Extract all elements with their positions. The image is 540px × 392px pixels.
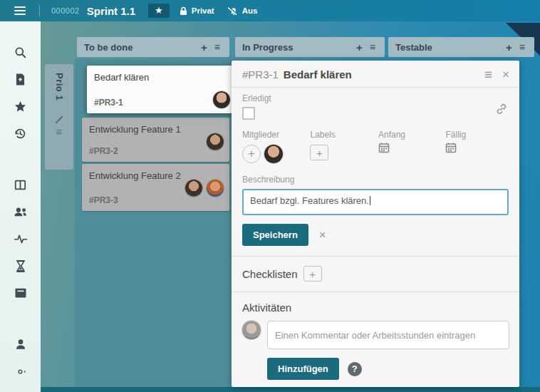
help-icon[interactable]: ? <box>348 362 362 376</box>
swimlane-menu-icon[interactable]: ≡ <box>56 126 63 137</box>
divider <box>232 256 519 257</box>
cancel-icon[interactable]: × <box>319 228 326 242</box>
card-menu-icon[interactable]: ≡ <box>479 68 498 81</box>
start-date-label: Anfang <box>378 130 446 140</box>
description-label: Beschreibung <box>242 175 509 185</box>
avatar <box>213 91 230 108</box>
comment-input[interactable] <box>267 321 509 349</box>
card-detail-title[interactable]: Bedarf klären <box>284 68 479 81</box>
card-detail-id: #PR3-1 <box>242 68 279 81</box>
star-board-button[interactable]: ★ <box>148 4 170 18</box>
lock-icon <box>180 6 187 16</box>
card-title: Bedarf klären <box>94 72 229 83</box>
labels-label: Labels <box>310 130 378 140</box>
calendar-icon <box>445 142 457 153</box>
privacy-button[interactable]: Privat <box>180 6 214 16</box>
list-header-in-progress: In Progress + ≡ <box>235 37 385 57</box>
member-avatar[interactable] <box>264 145 283 163</box>
avatar <box>207 133 224 150</box>
close-icon[interactable]: × <box>498 68 511 81</box>
add-card-icon[interactable]: + <box>197 42 211 53</box>
board-title[interactable]: Sprint 1.1 <box>87 5 135 17</box>
board-canvas: To be done + ≡ In Progress + ≡ Testable … <box>0 21 540 392</box>
link-icon[interactable] <box>494 101 509 120</box>
add-document-icon[interactable] <box>0 68 41 90</box>
list-title: Testable <box>395 42 502 53</box>
list-menu-icon[interactable]: ≡ <box>516 42 529 52</box>
done-checkbox[interactable] <box>242 107 255 120</box>
privacy-label: Privat <box>192 6 214 15</box>
star-icon[interactable] <box>0 96 41 117</box>
start-date-button[interactable] <box>378 142 446 153</box>
list-header-testable: Testable + ≡ <box>388 37 534 57</box>
add-label-button[interactable]: + <box>310 145 328 160</box>
avatar <box>185 180 202 197</box>
done-label: Erledigt <box>242 93 494 103</box>
activities-section: Aktivitäten <box>242 301 509 314</box>
card-pr3-3[interactable]: Entwicklung Feature 2 #PR3-3 <box>82 164 229 211</box>
add-comment-button[interactable]: Hinzufügen <box>267 358 339 380</box>
board-id: 000002 <box>51 6 80 15</box>
star-icon: ★ <box>155 6 163 15</box>
swimlane-resize-handle-icon[interactable] <box>55 115 63 123</box>
checklists-label: Checklisten <box>242 268 298 280</box>
list-menu-icon[interactable]: ≡ <box>211 42 224 52</box>
card-id: #PR3-3 <box>89 195 118 205</box>
text-cursor <box>370 196 370 205</box>
card-detail-header: #PR3-1 Bedarf klären ≡ × <box>232 68 519 88</box>
archive-icon[interactable] <box>0 282 41 304</box>
notifications-label: Aus <box>242 6 258 15</box>
topbar: 000002 Sprint 1.1 ★ Privat Aus <box>0 0 540 21</box>
card-id: #PR3-1 <box>94 98 123 108</box>
divider <box>232 292 519 292</box>
activity-icon[interactable] <box>0 228 41 249</box>
add-member-button[interactable]: + <box>242 145 261 163</box>
add-card-icon[interactable]: + <box>502 42 516 53</box>
list-title: To be done <box>84 42 197 53</box>
board-bottom-edge <box>41 387 540 392</box>
comment-row <box>242 321 509 349</box>
current-user-avatar <box>242 321 261 339</box>
list-header-to-be-done: To be done + ≡ <box>77 37 229 57</box>
app-window: 000002 Sprint 1.1 ★ Privat Aus To be don… <box>0 0 540 392</box>
user-icon[interactable] <box>0 334 41 355</box>
swimlane-prio-1[interactable]: Prio 1 ≡ <box>45 64 73 170</box>
card-title: Entwicklung Feature 1 <box>89 124 222 135</box>
list-title: In Progress <box>242 42 353 53</box>
hourglass-icon[interactable] <box>0 255 41 277</box>
settings-gear-icon[interactable] <box>0 361 41 382</box>
history-icon[interactable] <box>0 123 41 144</box>
topbar-divider <box>39 5 40 16</box>
due-date-button[interactable] <box>445 142 509 153</box>
card-fields-row: Mitglieder + Labels + Anfang <box>242 130 509 163</box>
members-label: Mitglieder <box>242 130 310 140</box>
card-pr3-1[interactable]: Bedarf klären #PR3-1 <box>87 66 236 113</box>
search-icon[interactable] <box>0 41 41 63</box>
add-checklist-button[interactable]: + <box>303 266 322 282</box>
card-title: Entwicklung Feature 2 <box>89 170 222 181</box>
add-comment-row: Hinzufügen ? <box>267 358 509 380</box>
description-text: Bedarf bzgl. Features klären. <box>250 195 369 206</box>
done-row: Erledigt <box>242 93 509 120</box>
avatar <box>207 180 224 197</box>
activities-label: Aktivitäten <box>242 301 291 314</box>
board-view-icon[interactable] <box>0 174 41 195</box>
card-pr3-2[interactable]: Entwicklung Feature 1 #PR3-2 <box>82 118 229 162</box>
save-button[interactable]: Speichern <box>242 224 308 246</box>
list-menu-icon[interactable]: ≡ <box>366 42 379 52</box>
notifications-toggle[interactable]: Aus <box>227 6 258 16</box>
card-detail-panel: #PR3-1 Bedarf klären ≡ × Erledigt Mitgli… <box>232 61 519 387</box>
bell-off-icon <box>227 6 238 16</box>
calendar-icon <box>378 142 390 153</box>
checklists-section: Checklisten + <box>242 266 509 282</box>
card-id: #PR3-2 <box>89 146 118 156</box>
sidebar <box>0 21 41 392</box>
description-textarea[interactable]: Bedarf bzgl. Features klären. <box>242 189 509 215</box>
add-card-icon[interactable]: + <box>353 42 366 53</box>
due-date-label: Fällig <box>445 130 509 140</box>
members-icon[interactable] <box>0 201 41 222</box>
save-row: Speichern × <box>242 224 509 246</box>
swimlane-title: Prio 1 <box>54 73 65 100</box>
hamburger-menu-icon[interactable] <box>0 0 39 21</box>
